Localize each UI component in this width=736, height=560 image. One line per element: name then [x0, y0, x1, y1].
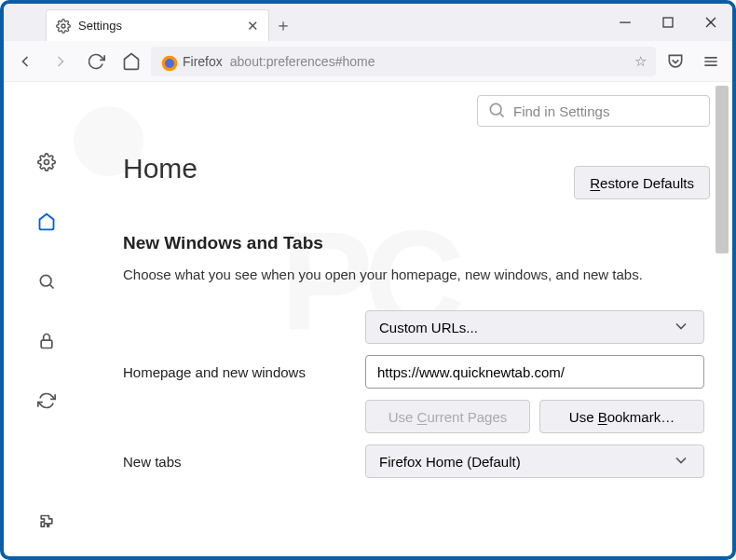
- scrollbar-thumb[interactable]: [716, 86, 729, 253]
- sidebar-general[interactable]: [32, 147, 61, 177]
- homepage-mode-select[interactable]: Custom URLs...: [365, 310, 704, 344]
- svg-point-6: [165, 59, 174, 68]
- gear-icon: [56, 19, 71, 34]
- sidebar-home[interactable]: [32, 207, 61, 237]
- sidebar-sync[interactable]: [32, 386, 61, 416]
- forward-button[interactable]: [45, 46, 76, 77]
- minimize-button[interactable]: [604, 4, 647, 41]
- svg-point-10: [45, 160, 49, 165]
- homepage-url-value: https://www.quicknewtab.com/: [377, 364, 565, 380]
- newtabs-select[interactable]: Firefox Home (Default): [365, 444, 704, 478]
- home-button[interactable]: [116, 46, 147, 77]
- homepage-mode-value: Custom URLs...: [379, 320, 478, 335]
- new-tab-button[interactable]: ＋: [269, 9, 297, 41]
- back-button[interactable]: [9, 46, 41, 77]
- toolbar: Firefox about:preferences#home ☆: [4, 41, 732, 82]
- url-brand: Firefox: [183, 54, 223, 69]
- newtabs-label: New tabs: [123, 454, 352, 470]
- maximize-button[interactable]: [647, 4, 689, 41]
- chevron-down-icon: [672, 317, 690, 338]
- chevron-down-icon: [672, 451, 690, 472]
- section-description: Choose what you see when you open your h…: [123, 265, 704, 284]
- svg-point-11: [40, 275, 51, 286]
- url-bar[interactable]: Firefox about:preferences#home ☆: [151, 47, 656, 76]
- homepage-url-input[interactable]: https://www.quicknewtab.com/: [365, 355, 704, 389]
- url-text: about:preferences#home: [230, 54, 627, 69]
- search-icon: [487, 101, 506, 122]
- search-placeholder: Find in Settings: [513, 103, 609, 119]
- reload-button[interactable]: [80, 46, 112, 77]
- svg-point-0: [61, 24, 65, 28]
- sidebar-search[interactable]: [32, 266, 61, 296]
- sidebar-privacy[interactable]: [32, 326, 61, 356]
- firefox-icon: [160, 54, 175, 69]
- svg-line-15: [500, 113, 504, 116]
- tab-settings[interactable]: Settings ✕: [46, 9, 269, 41]
- svg-rect-13: [41, 340, 52, 348]
- section-heading: New Windows and Tabs: [123, 233, 704, 253]
- svg-line-12: [50, 285, 54, 289]
- close-window-button[interactable]: [689, 4, 732, 41]
- newtabs-value: Firefox Home (Default): [379, 454, 521, 470]
- pocket-button[interactable]: [660, 46, 691, 77]
- use-bookmark-button[interactable]: Use Bookmark…: [539, 400, 704, 433]
- sidebar: [4, 82, 89, 556]
- sidebar-extensions[interactable]: [32, 508, 61, 538]
- homepage-label: Homepage and new windows: [123, 364, 352, 380]
- svg-rect-2: [663, 18, 673, 27]
- titlebar: Settings ✕ ＋: [4, 4, 732, 41]
- restore-defaults-button[interactable]: Restore Defaults: [574, 166, 710, 199]
- tab-label: Settings: [78, 19, 239, 33]
- main-panel: Find in Settings Home Restore Defaults N…: [89, 82, 732, 556]
- search-settings-input[interactable]: Find in Settings: [477, 95, 710, 127]
- use-current-pages-button[interactable]: Use Current Pages: [365, 400, 530, 433]
- bookmark-star-icon[interactable]: ☆: [634, 53, 647, 70]
- close-icon[interactable]: ✕: [247, 18, 259, 34]
- svg-point-14: [490, 103, 501, 115]
- menu-button[interactable]: [695, 46, 727, 77]
